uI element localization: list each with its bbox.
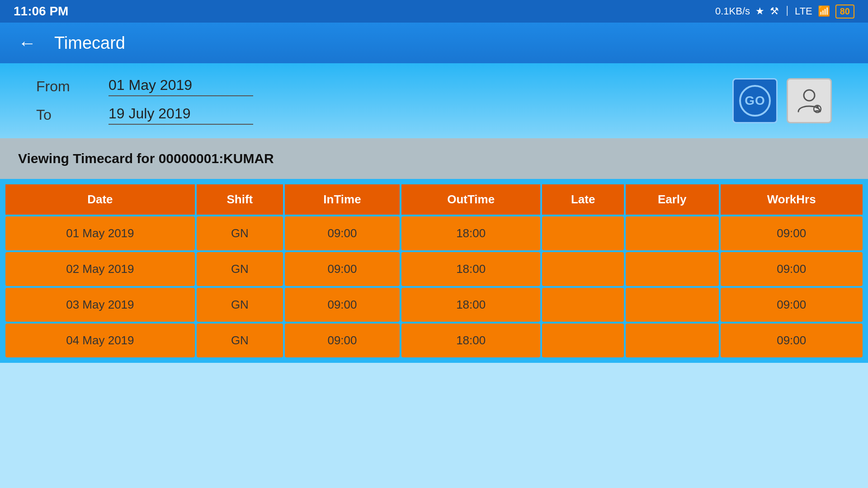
table-header-row: Date Shift InTime OutTime Late Early Wor…	[5, 184, 863, 215]
from-label: From	[36, 78, 90, 95]
lte-icon: LTE	[795, 5, 812, 17]
table-cell: GN	[197, 252, 283, 286]
timecard-table: Date Shift InTime OutTime Late Early Wor…	[0, 179, 868, 363]
to-value[interactable]: 19 July 2019	[108, 105, 253, 125]
table-cell: 02 May 2019	[5, 252, 195, 286]
table-cell: 03 May 2019	[5, 288, 195, 322]
status-time: 11:06 PM	[14, 4, 68, 19]
col-early: Early	[626, 184, 719, 215]
table-row[interactable]: 03 May 2019GN09:0018:0009:00	[5, 288, 863, 322]
table-cell: GN	[197, 324, 283, 357]
table-cell: 18:00	[401, 252, 540, 286]
filter-fields: From 01 May 2019 To 19 July 2019	[36, 77, 253, 125]
back-button[interactable]: ←	[18, 33, 36, 53]
viewing-text: Viewing Timecard for 00000001:KUMAR	[18, 151, 274, 166]
person-button[interactable]	[787, 78, 832, 123]
table-cell: 04 May 2019	[5, 324, 195, 357]
status-bar: 11:06 PM 0.1KB/s ★ ⚒ ⏐ LTE 📶 80	[0, 0, 868, 23]
table-cell	[626, 216, 719, 250]
bluetooth-icon: ★	[755, 5, 764, 17]
col-shift: Shift	[197, 184, 283, 215]
app-bar: ← Timecard	[0, 23, 868, 63]
col-late: Late	[542, 184, 624, 215]
table-cell	[542, 288, 624, 322]
from-value[interactable]: 01 May 2019	[108, 77, 253, 96]
go-button-label: GO	[739, 85, 771, 117]
status-icons: 0.1KB/s ★ ⚒ ⏐ LTE 📶 80	[715, 5, 854, 19]
battery-icon: 80	[835, 5, 854, 19]
table-section: Date Shift InTime OutTime Late Early Wor…	[0, 179, 868, 363]
col-workhrs: WorkHrs	[721, 184, 863, 215]
table-cell	[542, 252, 624, 286]
table-cell: 09:00	[285, 252, 400, 286]
table-cell	[542, 324, 624, 357]
table-cell: 09:00	[721, 216, 863, 250]
table-cell: 09:00	[721, 324, 863, 357]
table-cell: 09:00	[285, 324, 400, 357]
table-row[interactable]: 02 May 2019GN09:0018:0009:00	[5, 252, 863, 286]
col-outtime: OutTime	[401, 184, 540, 215]
viewing-section: Viewing Timecard for 00000001:KUMAR	[0, 138, 868, 179]
to-label: To	[36, 107, 90, 123]
table-row[interactable]: 01 May 2019GN09:0018:0009:00	[5, 216, 863, 250]
svg-point-0	[804, 90, 815, 101]
col-date: Date	[5, 184, 195, 215]
table-row[interactable]: 04 May 2019GN09:0018:0009:00	[5, 324, 863, 357]
table-cell: GN	[197, 216, 283, 250]
table-cell: 01 May 2019	[5, 216, 195, 250]
table-cell: 09:00	[721, 252, 863, 286]
signal-icon: ⏐	[784, 5, 789, 17]
table-cell	[626, 288, 719, 322]
table-cell: 18:00	[401, 288, 540, 322]
go-button[interactable]: GO	[732, 78, 778, 123]
person-icon	[796, 87, 823, 114]
table-cell: 09:00	[285, 216, 400, 250]
table-cell	[626, 324, 719, 357]
to-row: To 19 July 2019	[36, 105, 253, 125]
filter-section: From 01 May 2019 To 19 July 2019 GO	[0, 63, 868, 138]
svg-point-2	[816, 106, 819, 108]
wifi-icon: 📶	[818, 5, 830, 17]
filter-buttons: GO	[732, 78, 832, 123]
col-intime: InTime	[285, 184, 400, 215]
table-cell: 18:00	[401, 324, 540, 357]
from-row: From 01 May 2019	[36, 77, 253, 96]
table-cell	[542, 216, 624, 250]
table-cell: 18:00	[401, 216, 540, 250]
table-cell: 09:00	[721, 288, 863, 322]
app-title: Timecard	[54, 33, 125, 53]
speed-indicator: 0.1KB/s	[715, 5, 750, 17]
alarm-icon: ⚒	[770, 5, 779, 17]
table-cell: GN	[197, 288, 283, 322]
table-cell: 09:00	[285, 288, 400, 322]
table-cell	[626, 252, 719, 286]
